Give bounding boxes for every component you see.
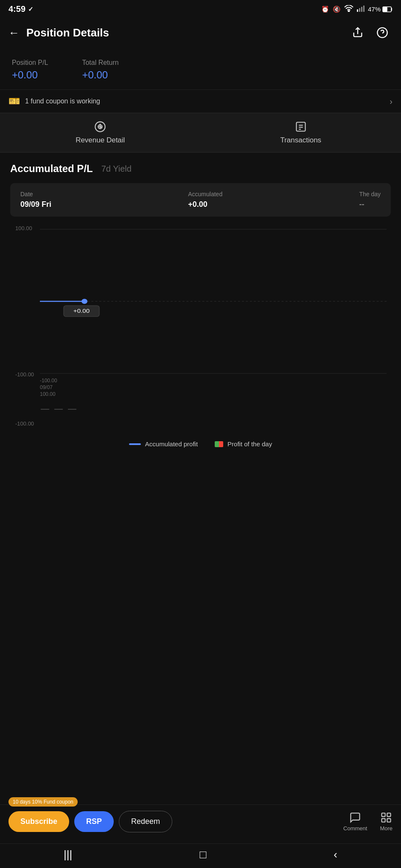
tab-transactions[interactable]: Transactions bbox=[201, 113, 401, 152]
tab-bar: Revenue Detail Transactions bbox=[0, 113, 401, 153]
x-axis-labels: -100.00 09/07 100.00 bbox=[40, 378, 391, 397]
position-pl-value: +0.00 bbox=[12, 69, 38, 81]
legend-accumulated-label: Accumulated profit bbox=[145, 440, 198, 448]
bottom-left-actions: 10 days 10% Fund coupon Subscribe RSP Re… bbox=[8, 811, 172, 832]
revenue-icon bbox=[94, 121, 106, 133]
subscribe-button[interactable]: Subscribe bbox=[8, 811, 69, 832]
back-button[interactable]: ← bbox=[8, 26, 20, 39]
accumulated-label: Accumulated bbox=[188, 191, 222, 198]
coupon-text: 1 fund coupon is working bbox=[25, 97, 100, 105]
accumulated-col: Accumulated +0.00 bbox=[188, 191, 222, 209]
more-icon bbox=[380, 812, 392, 823]
total-return-label: Total Return bbox=[82, 59, 118, 67]
legend-day: Profit of the day bbox=[215, 440, 272, 448]
accumulated-section: Accumulated P/L 7d Yield Date 09/09 Fri … bbox=[0, 153, 401, 217]
coupon-chevron-icon: › bbox=[390, 97, 393, 106]
accumulated-value: +0.00 bbox=[188, 200, 222, 209]
x-label-val: 100.00 bbox=[40, 391, 391, 397]
chart-svg: +0.00 bbox=[40, 225, 387, 378]
bottom-right-actions: Comment More bbox=[343, 812, 393, 832]
pl-section: Position P/L +0.00 Total Return +0.00 bbox=[0, 49, 401, 89]
legend-accumulated-color bbox=[129, 443, 141, 445]
accumulated-title: Accumulated P/L bbox=[10, 163, 93, 175]
y-label-lower: -100.00 bbox=[15, 420, 391, 427]
more-label: More bbox=[380, 825, 393, 832]
share-icon bbox=[352, 27, 364, 39]
bottom-action-bar: 10 days 10% Fund coupon Subscribe RSP Re… bbox=[0, 804, 401, 838]
status-time: 4:59 ✓ bbox=[8, 4, 34, 14]
tab-transactions-label: Transactions bbox=[280, 136, 321, 145]
svg-rect-26 bbox=[387, 818, 391, 822]
nav-back[interactable]: ‹ bbox=[334, 848, 337, 861]
nav-bar: ||| □ ‹ bbox=[0, 843, 401, 868]
date-value: 09/09 Fri bbox=[20, 200, 51, 209]
header-left: ← Position Details bbox=[8, 26, 109, 39]
x-label-date2: 09/07 bbox=[40, 384, 391, 390]
recent-apps-icon: ||| bbox=[64, 848, 72, 861]
y-label-max: 100.00 bbox=[15, 225, 32, 231]
y-label-min: -100.00 bbox=[15, 371, 34, 378]
help-button[interactable] bbox=[374, 24, 391, 41]
svg-rect-6 bbox=[383, 7, 387, 11]
svg-rect-24 bbox=[387, 813, 391, 817]
signal-icon bbox=[357, 5, 365, 13]
theday-value: -- bbox=[359, 200, 381, 209]
dash3: — bbox=[68, 404, 76, 414]
transactions-icon bbox=[295, 121, 307, 133]
chart-container: +0.00 bbox=[40, 225, 387, 378]
x-label-date: -100.00 bbox=[40, 378, 391, 384]
status-bar: 4:59 ✓ ⏰ 🔇 47% bbox=[0, 0, 401, 17]
header-right bbox=[349, 24, 391, 41]
svg-rect-3 bbox=[361, 7, 362, 12]
alarm-icon: ⏰ bbox=[321, 6, 329, 13]
legend-day-label: Profit of the day bbox=[227, 440, 272, 448]
theday-col: The day -- bbox=[359, 191, 381, 209]
svg-rect-2 bbox=[359, 8, 360, 12]
wifi-icon bbox=[344, 5, 353, 13]
nav-recent-apps[interactable]: ||| bbox=[64, 848, 72, 861]
svg-rect-1 bbox=[357, 9, 358, 12]
comment-label: Comment bbox=[343, 825, 367, 832]
date-label: Date bbox=[20, 191, 51, 198]
more-button[interactable]: More bbox=[380, 812, 393, 832]
tab-revenue-label: Revenue Detail bbox=[76, 136, 125, 145]
dash2: — bbox=[54, 404, 63, 414]
position-pl-label: Position P/L bbox=[12, 59, 48, 67]
page-title: Position Details bbox=[26, 26, 109, 39]
dashes-row: — — — bbox=[41, 400, 391, 418]
nav-home[interactable]: □ bbox=[199, 848, 206, 861]
svg-text:+0.00: +0.00 bbox=[73, 308, 90, 314]
nav-back-icon: ‹ bbox=[334, 848, 337, 861]
accumulated-header: Accumulated P/L 7d Yield bbox=[10, 163, 391, 175]
chart-legend: Accumulated profit Profit of the day bbox=[10, 434, 391, 456]
svg-rect-25 bbox=[382, 818, 385, 822]
total-return-value: +0.00 bbox=[82, 69, 108, 81]
rsp-button[interactable]: RSP bbox=[74, 811, 114, 832]
yield-tab[interactable]: 7d Yield bbox=[101, 164, 132, 174]
redeem-button[interactable]: Redeem bbox=[119, 811, 172, 832]
coupon-icon: 🎫 bbox=[8, 96, 20, 107]
comment-icon bbox=[349, 812, 361, 823]
header: ← Position Details bbox=[0, 17, 401, 49]
coupon-left: 🎫 1 fund coupon is working bbox=[8, 96, 100, 107]
status-check-icon: ✓ bbox=[28, 6, 34, 13]
status-icons: ⏰ 🔇 47% bbox=[321, 5, 393, 13]
legend-day-color bbox=[215, 441, 223, 447]
share-button[interactable] bbox=[349, 24, 366, 41]
svg-point-20 bbox=[81, 299, 87, 304]
coupon-badge: 10 days 10% Fund coupon bbox=[8, 797, 78, 807]
comment-button[interactable]: Comment bbox=[343, 812, 367, 832]
tab-revenue-detail[interactable]: Revenue Detail bbox=[0, 113, 201, 152]
svg-rect-12 bbox=[296, 122, 305, 131]
legend-accumulated: Accumulated profit bbox=[129, 440, 198, 448]
svg-rect-23 bbox=[382, 813, 385, 817]
chart-area: 100.00 -100.00 +0.00 -100.00 09 bbox=[0, 225, 401, 456]
date-card: Date 09/09 Fri Accumulated +0.00 The day… bbox=[10, 183, 391, 217]
position-pl-item: Position P/L +0.00 bbox=[12, 59, 48, 81]
theday-label: The day bbox=[359, 191, 381, 198]
mute-icon: 🔇 bbox=[333, 6, 341, 13]
battery-icon: 47% bbox=[368, 6, 393, 13]
help-icon bbox=[376, 27, 388, 39]
coupon-banner[interactable]: 🎫 1 fund coupon is working › bbox=[0, 89, 401, 113]
svg-point-0 bbox=[348, 11, 349, 12]
